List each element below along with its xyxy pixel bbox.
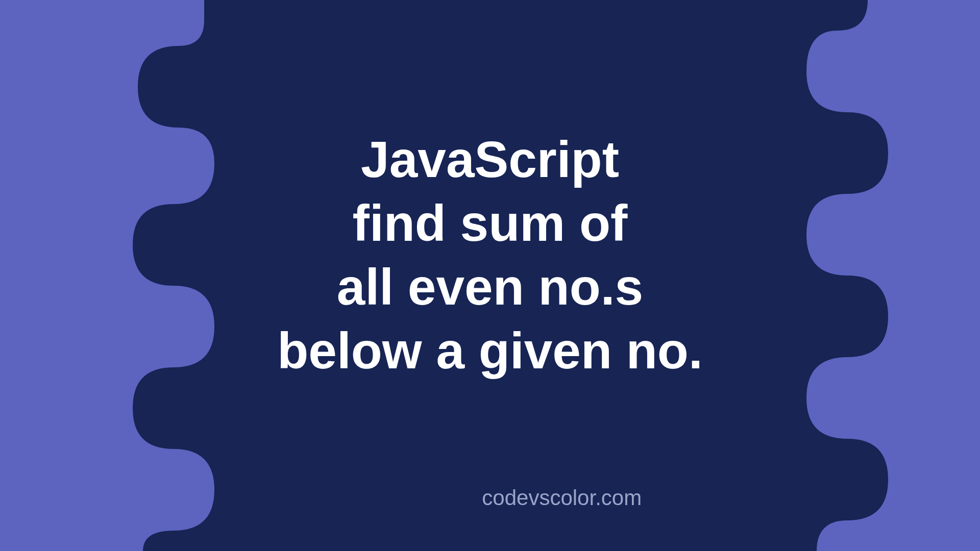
main-title: JavaScript find sum of all even no.s bel… bbox=[277, 128, 702, 383]
attribution-text: codevscolor.com bbox=[482, 486, 642, 510]
